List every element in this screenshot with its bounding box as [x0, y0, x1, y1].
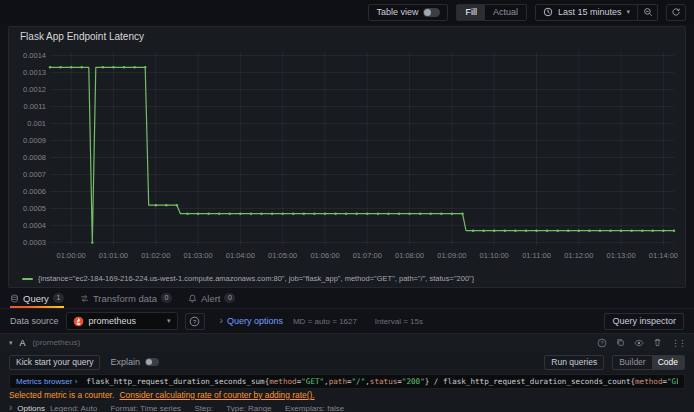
switch-knob — [146, 359, 152, 365]
svg-text:0.0003: 0.0003 — [23, 238, 46, 247]
refresh-icon — [671, 7, 681, 17]
svg-text:0.0012: 0.0012 — [23, 85, 46, 94]
chevron-down-icon: ▾ — [9, 339, 13, 347]
tab-transform-data[interactable]: Transform data 0 — [80, 288, 172, 308]
help-circle-icon: ? — [189, 316, 200, 327]
angle-right-icon: › — [9, 403, 12, 412]
actual-button[interactable]: Actual — [485, 5, 526, 20]
tab-alert[interactable]: Alert 0 — [188, 288, 236, 308]
svg-text:01:04:00: 01:04:00 — [226, 251, 255, 260]
tab-transform-label: Transform data — [93, 293, 157, 304]
bell-icon — [188, 294, 197, 303]
drag-handle-icon[interactable]: ⋮⋮ — [671, 338, 685, 348]
svg-text:0.0013: 0.0013 — [23, 68, 46, 77]
code-mode-button[interactable]: Code — [652, 356, 684, 369]
chevron-down-icon: ▾ — [626, 8, 630, 16]
svg-text:0.0006: 0.0006 — [23, 187, 46, 196]
builder-mode-button[interactable]: Builder — [613, 356, 651, 369]
help-circle-icon: ? — [597, 338, 607, 348]
query-ref-id[interactable]: A — [20, 338, 26, 348]
query-toolbar-right: Run queries Builder Code — [544, 355, 685, 370]
datasource-picker[interactable]: prometheus ▾ — [66, 312, 178, 330]
database-icon — [10, 294, 19, 303]
query-help-button[interactable]: ? — [597, 338, 607, 348]
tab-alert-label: Alert — [201, 293, 221, 304]
fill-button[interactable]: Fill — [457, 5, 485, 20]
angle-right-icon: › — [220, 316, 223, 326]
svg-text:01:09:00: 01:09:00 — [437, 251, 466, 260]
eye-icon — [634, 338, 644, 348]
svg-text:01:05:00: 01:05:00 — [268, 251, 297, 260]
clock-icon — [543, 7, 553, 17]
duplicate-query-button[interactable] — [616, 338, 625, 347]
timeseries-chart[interactable]: 01:00:0001:01:0001:02:0001:03:0001:04:00… — [14, 44, 682, 272]
tab-query[interactable]: Query 1 — [10, 288, 64, 308]
svg-text:01:01:00: 01:01:00 — [99, 251, 128, 260]
zoom-out-button[interactable] — [638, 4, 658, 21]
counter-warning: Selected metric is a counter. Consider c… — [0, 390, 694, 401]
editor-mode-segment: Builder Code — [612, 355, 685, 370]
svg-text:0.0005: 0.0005 — [23, 204, 46, 213]
explain-toggle-group: Explain — [110, 357, 159, 367]
disable-query-button[interactable] — [634, 338, 644, 348]
datasource-value: prometheus — [89, 316, 137, 326]
refresh-button[interactable] — [666, 4, 686, 21]
svg-text:01:07:00: 01:07:00 — [353, 251, 382, 260]
svg-text:?: ? — [193, 318, 197, 324]
chevron-down-icon: ▾ — [167, 317, 171, 325]
query-inspector-button[interactable]: Query inspector — [604, 313, 684, 330]
run-queries-button[interactable]: Run queries — [544, 355, 604, 370]
warning-text: Selected metric is a counter. — [9, 390, 114, 400]
query-options-toggle[interactable]: Query options — [227, 316, 283, 326]
remove-query-button[interactable] — [653, 338, 662, 347]
table-view-switch[interactable] — [423, 8, 440, 17]
prometheus-icon — [73, 316, 84, 327]
svg-text:01:13:00: 01:13:00 — [607, 251, 636, 260]
timeseries-panel: Flask App Endpoint Latency 01:00:0001:01… — [8, 26, 686, 288]
svg-text:01:08:00: 01:08:00 — [395, 251, 424, 260]
query-options-summary: MD = auto = 1627 Interval = 15s — [293, 317, 423, 326]
svg-text:0.001: 0.001 — [27, 119, 46, 128]
time-range-picker[interactable]: Last 15 minutes ▾ — [535, 4, 638, 21]
panel-title[interactable]: Flask App Endpoint Latency — [14, 31, 680, 44]
options-toggle[interactable]: Options — [17, 404, 45, 412]
switch-knob — [424, 9, 431, 16]
explain-label: Explain — [110, 357, 140, 367]
datasource-help-button[interactable]: ? — [185, 313, 205, 330]
time-controls: Last 15 minutes ▾ — [535, 4, 658, 21]
svg-text:01:06:00: 01:06:00 — [310, 251, 339, 260]
query-row-header[interactable]: ▾ A (prometheus) ? ⋮⋮ — [0, 334, 694, 351]
svg-text:0.0007: 0.0007 — [23, 170, 46, 179]
metrics-browser-button[interactable]: Metrics browser › — [16, 377, 77, 386]
svg-text:0.0011: 0.0011 — [24, 102, 46, 111]
svg-text:0.0014: 0.0014 — [23, 51, 46, 60]
svg-text:01:02:00: 01:02:00 — [141, 251, 170, 260]
query-options: › Query options MD = auto = 1627 Interva… — [220, 316, 423, 326]
transform-icon — [80, 294, 89, 303]
svg-text:01:12:00: 01:12:00 — [564, 251, 593, 260]
tab-alert-count: 0 — [224, 293, 235, 303]
legend-series-label[interactable]: {instance="ec2-184-169-216-224.us-west-1… — [38, 274, 474, 283]
warning-hint-link[interactable]: Consider calculating rate of counter by … — [120, 390, 315, 400]
query-editor-row: ▾ A (prometheus) ? ⋮⋮ Kick start your qu… — [0, 333, 694, 412]
svg-text:0.0008: 0.0008 — [23, 153, 46, 162]
legend-series-swatch — [22, 278, 33, 280]
explain-switch[interactable] — [145, 358, 159, 366]
table-view-label: Table view — [376, 7, 418, 17]
svg-text:01:14:00: 01:14:00 — [649, 251, 678, 260]
svg-text:01:10:00: 01:10:00 — [480, 251, 509, 260]
time-range-label: Last 15 minutes — [558, 7, 622, 17]
promql-expression-input[interactable]: flask_http_request_duration_seconds_sum{… — [86, 377, 678, 386]
tab-transform-count: 0 — [161, 293, 172, 303]
query-options-footer: › Options Legend: Auto Format: Time seri… — [0, 401, 694, 412]
kick-start-query-button[interactable]: Kick start your query — [9, 355, 100, 370]
table-view-toggle-group[interactable]: Table view — [368, 4, 448, 21]
svg-text:0.0009: 0.0009 — [23, 136, 46, 145]
chart-legend: {instance="ec2-184-169-216-224.us-west-1… — [14, 272, 680, 285]
datasource-label: Data source — [10, 316, 59, 326]
svg-text:01:11:00: 01:11:00 — [522, 251, 551, 260]
datasource-row: Data source prometheus ▾ ? › Query optio… — [0, 309, 694, 333]
query-datasource-hint: (prometheus) — [33, 338, 81, 347]
svg-text:?: ? — [601, 339, 604, 345]
dashboard-toolbar: Table view Fill Actual Last 15 minutes ▾ — [0, 0, 694, 24]
